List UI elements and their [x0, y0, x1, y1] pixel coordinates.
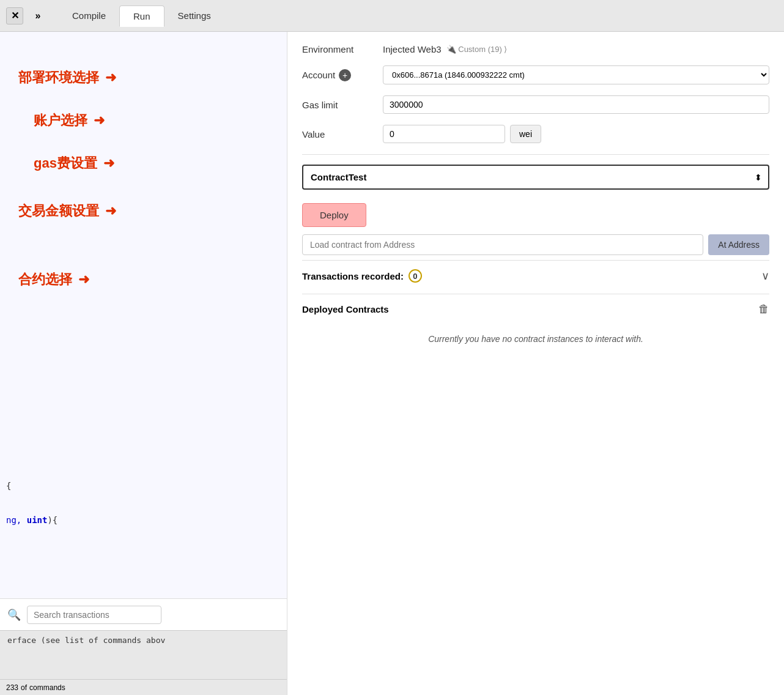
value-label: Value: [302, 129, 375, 139]
deployed-contracts-section: Deployed Contracts 🗑 Currently you have …: [302, 294, 769, 344]
arrow-account-icon: ➜: [94, 113, 105, 128]
right-inner: Environment Injected Web3 🔌 Custom (19) …: [287, 32, 784, 356]
no-contracts-message: Currently you have no contract instances…: [302, 334, 769, 344]
trash-icon[interactable]: 🗑: [758, 303, 769, 316]
gas-limit-input[interactable]: [383, 95, 769, 114]
arrow-contract-icon: ➜: [78, 272, 89, 288]
load-contract-input[interactable]: [302, 234, 703, 255]
arrow-gas-icon: ➜: [103, 155, 114, 171]
annotation-area: 部署环境选择 ➜ 账户选择 ➜ gas费设置 ➜ 交易金额设置 ➜ {: [0, 32, 287, 598]
load-contract-row: At Address: [302, 234, 769, 255]
terminal-area: erface (see list of commands abov: [0, 630, 287, 679]
environment-row: Environment Injected Web3 🔌 Custom (19) …: [302, 44, 769, 54]
gas-limit-row: Gas limit: [302, 95, 769, 114]
account-row: Account + 0x606...8671a (1846.000932222 …: [302, 65, 769, 84]
transactions-toggle[interactable]: ∨: [761, 269, 769, 283]
search-input[interactable]: [27, 606, 161, 624]
transactions-section: Transactions recorded: 0 ∨: [302, 260, 769, 289]
environment-value: Injected Web3 🔌 Custom (19) ⟩: [383, 44, 769, 54]
environment-label: Environment: [302, 44, 375, 54]
value-input[interactable]: [383, 125, 505, 143]
account-select[interactable]: 0x606...8671a (1846.000932222 cmt): [383, 65, 769, 84]
contract-select[interactable]: ContractTest: [302, 165, 769, 190]
annotation-value: 交易金额设置 ➜: [18, 202, 116, 220]
search-bar: 🔍: [0, 598, 287, 630]
chevron-button[interactable]: »: [29, 7, 46, 24]
tab-bar: ✕ » Compile Run Settings: [0, 0, 784, 32]
tab-run[interactable]: Run: [119, 6, 165, 27]
contract-selector-wrap: ContractTest: [302, 165, 769, 190]
transaction-count-badge: 0: [409, 269, 422, 283]
account-label: Account +: [302, 69, 375, 81]
deployed-title: Deployed Contracts: [302, 304, 389, 314]
annotation-account: 账户选择 ➜: [34, 111, 105, 130]
annotation-env: 部署环境选择 ➜: [18, 69, 116, 87]
annotation-contract: 合约选择 ➜: [18, 270, 89, 289]
annotation-gas: gas费设置 ➜: [34, 154, 114, 173]
main-layout: 部署环境选择 ➜ 账户选择 ➜ gas费设置 ➜ 交易金额设置 ➜ {: [0, 32, 784, 695]
at-address-button[interactable]: At Address: [708, 234, 769, 255]
deploy-button[interactable]: Deploy: [302, 203, 366, 227]
divider: [302, 154, 769, 155]
code-area: { ng, uint){: [6, 481, 57, 525]
account-value: 0x606...8671a (1846.000932222 cmt): [383, 65, 769, 84]
wei-unit-button[interactable]: wei: [510, 125, 541, 143]
gas-limit-label: Gas limit: [302, 100, 375, 110]
arrow-env-icon: ➜: [105, 70, 116, 86]
right-panel: Environment Injected Web3 🔌 Custom (19) …: [287, 32, 784, 695]
status-bar: 233 of commands: [0, 679, 287, 695]
left-panel: 部署环境选择 ➜ 账户选择 ➜ gas费设置 ➜ 交易金额设置 ➜ {: [0, 32, 287, 695]
add-account-button[interactable]: +: [339, 69, 351, 81]
search-icon: 🔍: [7, 608, 21, 622]
arrow-value-icon: ➜: [105, 203, 116, 219]
tab-settings[interactable]: Settings: [165, 6, 224, 26]
tab-compile[interactable]: Compile: [59, 6, 119, 26]
close-button[interactable]: ✕: [6, 7, 23, 24]
value-row: Value wei: [302, 125, 769, 143]
